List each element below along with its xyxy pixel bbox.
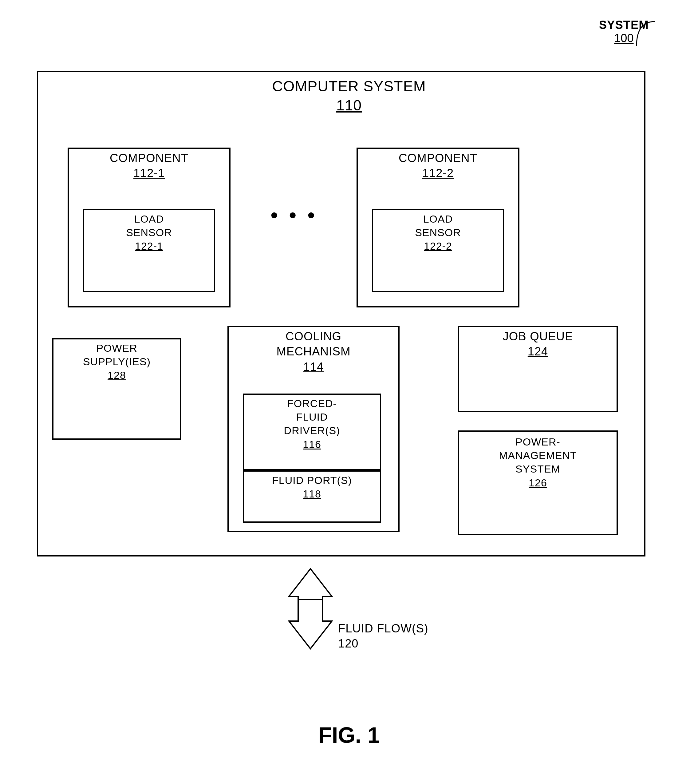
load-sensor-2-number: 122-2	[372, 239, 504, 253]
power-mgmt-label: POWER- MANAGEMENT SYSTEM 126	[458, 435, 618, 489]
forced-fluid-number: 116	[243, 438, 381, 451]
cooling-mechanism-label: COOLING MECHANISM 114	[227, 329, 400, 374]
computer-system-number: 110	[0, 96, 698, 115]
load-sensor-1-label: LOAD SENSOR 122-1	[83, 212, 215, 253]
forced-fluid-label: FORCED- FLUID DRIVER(S) 116	[243, 397, 381, 451]
forced-fluid-line3: DRIVER(S)	[243, 424, 381, 437]
component-1-label: COMPONENT 112-1	[67, 151, 230, 181]
power-mgmt-number: 126	[458, 476, 618, 489]
computer-system-label: COMPUTER SYSTEM 110	[0, 77, 698, 115]
power-supply-label: POWER SUPPLY(IES) 128	[52, 341, 181, 382]
forced-fluid-line1: FORCED-	[243, 397, 381, 410]
job-queue-label: JOB QUEUE 124	[458, 329, 618, 359]
load-sensor-2-label: LOAD SENSOR 122-2	[372, 212, 504, 253]
power-supply-line2: SUPPLY(IES)	[52, 355, 181, 368]
power-mgmt-line1: POWER-	[458, 435, 618, 448]
cooling-line2: MECHANISM	[227, 344, 400, 359]
power-supply-number: 128	[52, 368, 181, 382]
load-sensor-1-line2: SENSOR	[83, 226, 215, 239]
load-sensor-1-number: 122-1	[83, 239, 215, 253]
load-sensor-2-line1: LOAD	[372, 212, 504, 226]
job-queue-number: 124	[458, 344, 618, 359]
system-label: SYSTEM 100	[599, 18, 649, 45]
figure-label: FIG. 1	[0, 723, 698, 748]
system-number: 100	[599, 32, 649, 45]
cooling-number: 114	[227, 359, 400, 374]
fluid-flow-number: 120	[338, 636, 428, 651]
fluid-port-number: 118	[243, 487, 381, 501]
power-mgmt-line2: MANAGEMENT	[458, 448, 618, 462]
power-mgmt-line3: SYSTEM	[458, 462, 618, 476]
power-supply-line1: POWER	[52, 341, 181, 355]
cooling-line1: COOLING	[227, 329, 400, 344]
fluid-port-label: FLUID PORT(S) 118	[243, 473, 381, 501]
component-2-number: 112-2	[357, 166, 519, 181]
fluid-flow-title: FLUID FLOW(S)	[338, 621, 428, 636]
load-sensor-2-line2: SENSOR	[372, 226, 504, 239]
load-sensor-1-line1: LOAD	[83, 212, 215, 226]
svg-marker-1	[289, 600, 332, 649]
diagram-container: SYSTEM 100 COMPUTER SYSTEM 110 COMPONENT…	[0, 0, 698, 784]
job-queue-title: JOB QUEUE	[458, 329, 618, 344]
component-2-label: COMPONENT 112-2	[357, 151, 519, 181]
fluid-flow-label: FLUID FLOW(S) 120	[338, 621, 428, 652]
component-1-title: COMPONENT	[67, 151, 230, 166]
computer-system-title: COMPUTER SYSTEM	[0, 77, 698, 96]
component-1-number: 112-1	[67, 166, 230, 181]
fluid-port-title: FLUID PORT(S)	[243, 473, 381, 487]
component-2-title: COMPONENT	[357, 151, 519, 166]
system-title: SYSTEM	[599, 18, 649, 32]
forced-fluid-line2: FLUID	[243, 410, 381, 424]
ellipsis-dots: • • •	[270, 203, 317, 227]
